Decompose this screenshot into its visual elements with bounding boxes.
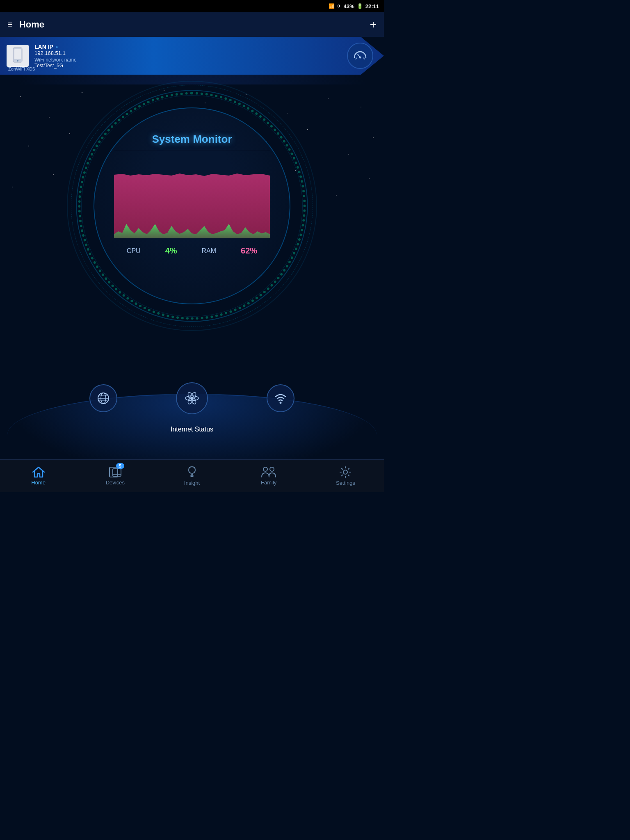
wifi-icon	[274, 392, 287, 405]
svg-point-24	[373, 137, 374, 138]
nav-home[interactable]: Home	[0, 460, 77, 492]
svg-point-52	[343, 470, 347, 474]
hamburger-menu-icon[interactable]: ≡	[7, 19, 13, 30]
svg-point-40	[190, 397, 194, 400]
add-button[interactable]: +	[370, 19, 377, 30]
cpu-value: 4%	[165, 246, 177, 256]
svg-point-2	[17, 60, 18, 62]
wifi-button[interactable]	[267, 384, 294, 412]
wifi-name: Test/Test_5G	[34, 63, 341, 68]
battery-percent: 43%	[344, 3, 354, 9]
cpu-label: CPU	[127, 247, 141, 255]
svg-point-34	[369, 178, 370, 179]
device-info: LAN IP » 192.168.51.1 WiFi network name …	[34, 43, 341, 68]
monitor-divider	[114, 150, 270, 150]
router-icon	[10, 47, 25, 65]
cpu-ram-chart	[114, 158, 270, 240]
monitor-stats: CPU 4% RAM 62%	[127, 246, 257, 256]
svg-point-26	[53, 174, 54, 175]
ram-label: RAM	[202, 247, 217, 255]
svg-point-15	[28, 146, 29, 146]
nav-family[interactable]: Family	[231, 460, 307, 492]
chart-svg	[114, 158, 270, 240]
device-name: ZenWiFi XD6	[8, 66, 35, 71]
home-nav-label: Home	[31, 479, 46, 486]
device-icon-wrap	[7, 45, 29, 67]
insight-nav-label: Insight	[184, 480, 200, 486]
ram-value: 62%	[241, 246, 257, 256]
svg-point-50	[263, 467, 267, 471]
inner-monitor-circle: System Monitor	[94, 107, 290, 304]
main-content: System Monitor	[0, 75, 384, 463]
wifi-status-icon: 📶	[329, 3, 335, 9]
family-nav-icon	[261, 466, 276, 478]
system-monitor-circle: System Monitor	[65, 79, 319, 333]
svg-point-44	[280, 402, 282, 404]
insight-nav-icon	[186, 466, 198, 478]
lan-ip-value: 192.168.51.1	[34, 50, 341, 56]
monitor-title: System Monitor	[152, 133, 232, 146]
svg-point-23	[348, 154, 349, 155]
svg-point-33	[336, 195, 337, 196]
airplane-icon: ✈	[337, 3, 341, 9]
top-nav: ≡ Home +	[0, 12, 384, 37]
nav-settings[interactable]: Settings	[307, 460, 384, 492]
globe-button[interactable]	[89, 384, 117, 412]
svg-point-6	[49, 117, 50, 118]
devices-nav-label: Devices	[106, 479, 125, 486]
svg-point-13	[328, 98, 329, 99]
page-title: Home	[19, 19, 370, 30]
lan-ip-arrow-icon: »	[56, 43, 59, 50]
settings-nav-icon	[339, 466, 352, 478]
family-nav-label: Family	[261, 479, 276, 486]
device-banner[interactable]: LAN IP » 192.168.51.1 WiFi network name …	[0, 37, 384, 75]
settings-nav-label: Settings	[336, 480, 355, 486]
atom-button[interactable]	[176, 382, 208, 414]
nav-devices[interactable]: 5 Devices	[77, 460, 153, 492]
lan-ip-label: LAN IP	[34, 43, 53, 50]
home-nav-icon	[32, 466, 45, 478]
bottom-icons-row	[89, 382, 294, 414]
speedtest-button[interactable]	[347, 43, 373, 69]
bottom-nav: Home 5 Devices Insight Family	[0, 459, 384, 492]
devices-badge: 5	[116, 463, 124, 469]
svg-point-51	[270, 467, 274, 471]
svg-rect-1	[14, 49, 21, 59]
nav-insight[interactable]: Insight	[153, 460, 230, 492]
wifi-label: WiFi network name	[34, 57, 341, 63]
atom-icon	[184, 390, 200, 406]
globe-icon	[97, 392, 110, 405]
status-bar: 📶 ✈ 43% 🔋 22:11	[0, 0, 384, 12]
svg-point-14	[361, 107, 361, 107]
battery-icon: 🔋	[357, 3, 363, 9]
clock: 22:11	[365, 3, 379, 9]
speedometer-icon	[353, 48, 368, 63]
internet-status-label: Internet Status	[171, 426, 213, 433]
svg-point-3	[359, 57, 361, 59]
svg-point-25	[12, 187, 12, 187]
svg-point-5	[20, 96, 21, 97]
svg-rect-46	[113, 469, 121, 476]
